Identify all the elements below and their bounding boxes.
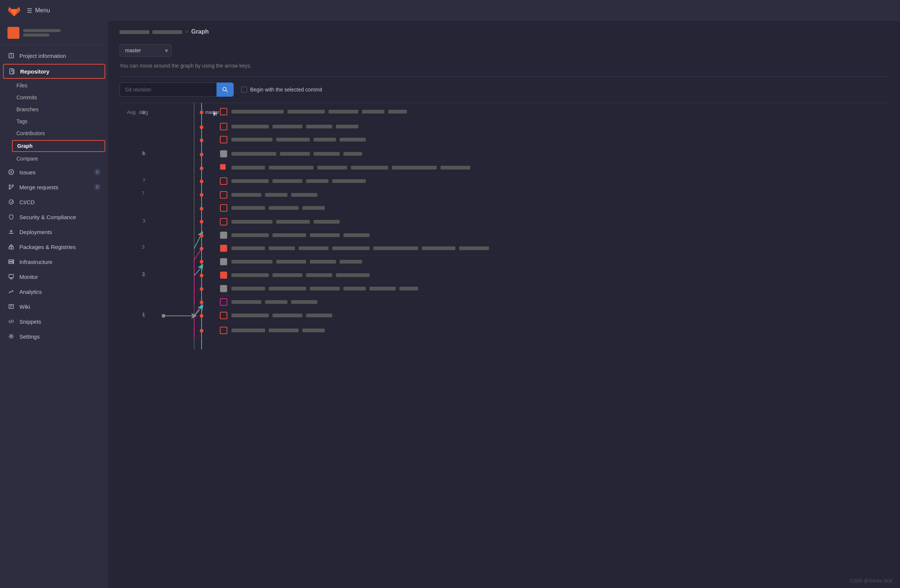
menu-button[interactable]: ☰ Menu — [27, 7, 50, 14]
svg-rect-18 — [9, 275, 14, 278]
monitor-icon — [8, 273, 15, 280]
svg-text:Aug: Aug — [127, 109, 135, 115]
sidebar-sub-item-files[interactable]: Files — [0, 79, 108, 92]
sidebar-item-deployments[interactable]: Deployments — [0, 224, 108, 239]
svg-rect-135 — [291, 300, 317, 304]
project-name-line2 — [23, 34, 49, 37]
sidebar-item-security-compliance[interactable]: Security & Compliance — [0, 209, 108, 224]
project-name-line1 — [23, 29, 61, 32]
svg-point-41 — [200, 207, 203, 211]
svg-rect-66 — [220, 258, 227, 265]
search-button[interactable] — [217, 82, 234, 97]
svg-rect-90 — [269, 166, 313, 169]
sidebar-item-wiki[interactable]: Wiki — [0, 299, 108, 314]
svg-rect-104 — [303, 206, 325, 210]
svg-rect-84 — [340, 138, 366, 141]
svg-point-39 — [200, 180, 203, 183]
svg-rect-86 — [280, 152, 310, 156]
svg-rect-137 — [273, 313, 303, 317]
svg-rect-103 — [269, 206, 299, 210]
branch-select[interactable]: master main develop — [119, 44, 172, 57]
svg-rect-80 — [336, 125, 358, 129]
svg-rect-56 — [220, 123, 227, 130]
svg-rect-83 — [313, 138, 336, 141]
svg-point-37 — [200, 153, 203, 157]
svg-line-21 — [11, 320, 12, 323]
sidebar-sub-item-graph[interactable]: Graph — [12, 140, 105, 152]
svg-rect-126 — [336, 273, 369, 277]
sidebar-item-repository[interactable]: Repository — [3, 64, 105, 79]
sidebar-item-snippets-label: Snippets — [19, 318, 41, 325]
sidebar-sub-item-branches[interactable]: Branches — [0, 103, 108, 115]
sidebar-item-cicd[interactable]: CI/CD — [0, 194, 108, 209]
svg-rect-63 — [220, 219, 227, 225]
main-layout: Project information Repository Files Com… — [0, 0, 900, 588]
sidebar-item-snippets[interactable]: Snippets — [0, 314, 108, 329]
svg-text:7: 7 — [142, 191, 144, 196]
begin-commit-checkbox[interactable] — [241, 87, 247, 93]
settings-icon — [8, 333, 15, 340]
sidebar-item-analytics[interactable]: Analytics — [0, 284, 108, 299]
svg-rect-139 — [231, 329, 265, 332]
sidebar-item-analytics-label: Analytics — [19, 289, 42, 295]
sidebar-item-project-information[interactable]: Project information — [0, 48, 108, 63]
sidebar-sub-item-commits[interactable]: Commits — [0, 92, 108, 103]
sidebar-item-wiki-label: Wiki — [19, 304, 30, 310]
sidebar-item-deployments-label: Deployments — [19, 229, 52, 235]
sidebar-sub-item-tags[interactable]: Tags — [0, 115, 108, 127]
git-revision-input[interactable] — [119, 82, 217, 97]
svg-text:7: 7 — [143, 178, 145, 183]
svg-rect-94 — [441, 166, 470, 169]
security-icon — [8, 213, 15, 220]
sidebar-item-monitor[interactable]: Monitor — [0, 269, 108, 284]
sidebar-sub-item-contributors[interactable]: Contributors — [0, 127, 108, 139]
svg-rect-134 — [265, 300, 287, 304]
svg-rect-59 — [220, 164, 225, 169]
sidebar-item-project-information-label: Project information — [19, 53, 66, 59]
sidebar-item-repository-label: Repository — [20, 68, 49, 74]
sidebar-sub-item-compare[interactable]: Compare — [0, 153, 108, 164]
sidebar-item-issues[interactable]: Issues 0 — [0, 164, 108, 180]
svg-rect-111 — [343, 233, 369, 237]
svg-line-24 — [226, 90, 227, 92]
svg-text:1: 1 — [143, 312, 145, 318]
svg-rect-61 — [220, 191, 227, 198]
sidebar-item-settings[interactable]: Settings — [0, 329, 108, 344]
branch-selector-wrapper: master main develop ▾ — [119, 44, 889, 57]
sidebar-item-merge-requests[interactable]: Merge requests 0 — [0, 180, 108, 194]
sidebar-item-settings-label: Settings — [19, 334, 40, 340]
svg-rect-115 — [332, 247, 369, 250]
project-info-icon — [8, 52, 15, 59]
breadcrumb-part2 — [152, 29, 182, 35]
svg-rect-113 — [269, 247, 295, 250]
svg-point-34 — [200, 110, 203, 114]
svg-text:8: 8 — [143, 151, 145, 157]
svg-rect-99 — [231, 193, 261, 197]
packages-icon — [8, 243, 15, 250]
main-content: > Graph master main develop ▾ You can mo… — [108, 21, 900, 588]
hamburger-icon: ☰ — [27, 7, 32, 14]
svg-rect-105 — [231, 220, 273, 223]
svg-point-50 — [200, 329, 203, 333]
svg-point-17 — [13, 262, 14, 263]
svg-rect-109 — [273, 233, 306, 237]
sidebar-item-merge-requests-label: Merge requests — [19, 184, 58, 191]
svg-point-38 — [200, 166, 203, 170]
svg-text:9: 9 — [143, 109, 145, 115]
breadcrumb-part1 — [119, 29, 149, 35]
sidebar-nav: Project information Repository Files Com… — [0, 45, 108, 347]
sidebar-item-packages-registries[interactable]: Packages & Registries — [0, 239, 108, 254]
svg-rect-117 — [422, 247, 455, 250]
svg-rect-106 — [276, 220, 310, 223]
svg-rect-128 — [269, 287, 306, 290]
sidebar-item-infrastructure[interactable]: Infrastructure — [0, 254, 108, 269]
svg-rect-69 — [220, 299, 227, 306]
svg-rect-97 — [306, 179, 329, 183]
svg-rect-72 — [231, 110, 284, 113]
sidebar-item-security-compliance-label: Security & Compliance — [19, 214, 76, 220]
cicd-icon — [8, 198, 15, 206]
sidebar-item-issues-label: Issues — [19, 169, 36, 175]
svg-rect-88 — [343, 152, 362, 156]
breadcrumb: > Graph — [119, 28, 889, 35]
svg-point-8 — [11, 171, 12, 173]
